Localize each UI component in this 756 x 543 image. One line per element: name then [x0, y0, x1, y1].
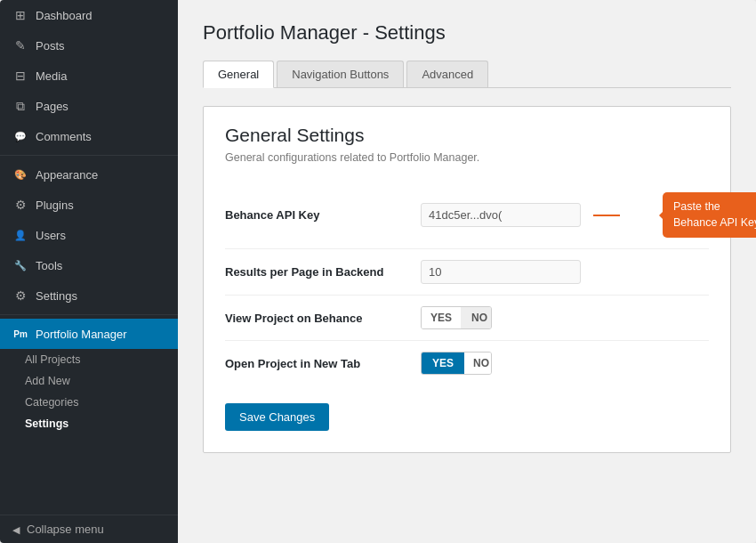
open-new-tab-toggle[interactable]: YES NO: [421, 352, 492, 375]
sidebar-item-dashboard[interactable]: Dashboard: [0, 0, 178, 30]
tab-navigation-buttons[interactable]: Navigation Buttons: [277, 61, 404, 87]
sidebar-sub-add-new[interactable]: Add New: [0, 370, 178, 392]
view-project-label: View Project on Behance: [225, 312, 421, 325]
media-icon: [12, 68, 28, 84]
sidebar: Dashboard Posts Media Pages Comments App…: [0, 0, 178, 543]
sidebar-label-posts: Posts: [36, 39, 65, 53]
sidebar-label-tools: Tools: [36, 259, 62, 272]
sidebar-sub-categories[interactable]: Categories: [0, 392, 178, 413]
save-changes-button[interactable]: Save Changes: [225, 403, 329, 431]
sidebar-label-appearance: Appearance: [36, 168, 98, 182]
plugins-icon: [12, 197, 28, 213]
settings-row-results-per-page: Results per Page in Backend: [225, 249, 709, 296]
sidebar-item-plugins[interactable]: Plugins: [0, 190, 178, 220]
sidebar-item-tools[interactable]: Tools: [0, 250, 178, 280]
pm-settings-label: Settings: [25, 417, 68, 430]
behance-api-input[interactable]: [421, 203, 581, 227]
page-title: Portfolio Manager - Settings: [203, 21, 731, 45]
tools-icon: [12, 257, 28, 273]
sidebar-item-posts[interactable]: Posts: [0, 30, 178, 61]
sidebar-label-dashboard: Dashboard: [36, 9, 92, 22]
open-new-tab-control: YES NO: [421, 352, 709, 375]
users-icon: [12, 227, 28, 243]
settings-description: General configurations related to Portfo…: [225, 151, 709, 164]
sidebar-label-comments: Comments: [36, 130, 92, 143]
behance-api-label: Behance API Key: [225, 208, 421, 222]
view-project-no[interactable]: NO: [461, 307, 492, 328]
open-new-tab-yes[interactable]: YES: [422, 353, 464, 374]
settings-icon: [12, 288, 28, 304]
sidebar-label-portfolio-manager: Portfolio Manager: [36, 328, 127, 341]
sidebar-label-pages: Pages: [36, 100, 68, 113]
sidebar-sub-settings[interactable]: Settings: [0, 413, 178, 434]
add-new-label: Add New: [25, 375, 70, 387]
sidebar-label-plugins: Plugins: [36, 199, 74, 212]
sidebar-divider: [0, 155, 178, 156]
results-per-page-control: [421, 260, 709, 284]
posts-icon: [12, 37, 28, 53]
sidebar-item-users[interactable]: Users: [0, 220, 178, 250]
settings-row-open-new-tab: Open Project in New Tab YES NO: [225, 341, 709, 385]
settings-title: General Settings: [225, 125, 709, 146]
sidebar-item-appearance[interactable]: Appearance: [0, 159, 178, 190]
sidebar-sub-all-projects[interactable]: All Projects: [0, 349, 178, 370]
sidebar-item-comments[interactable]: Comments: [0, 121, 178, 151]
categories-label: Categories: [25, 396, 78, 409]
sidebar-item-media[interactable]: Media: [0, 61, 178, 91]
pages-icon: [12, 98, 28, 114]
tooltip-bubble: Paste the Behance API Key here: [663, 192, 756, 238]
main-content: Portfolio Manager - Settings General Nav…: [178, 0, 756, 543]
sidebar-item-portfolio-manager[interactable]: Portfolio Manager: [0, 319, 178, 349]
comments-icon: [12, 128, 28, 144]
behance-api-control: Paste the Behance API Key here: [421, 192, 756, 238]
collapse-menu-label: Collapse menu: [27, 523, 104, 536]
settings-row-behance-api: Behance API Key Paste the Behance API Ke…: [225, 182, 709, 249]
results-per-page-input[interactable]: [421, 260, 581, 284]
wp-admin-wrapper: Dashboard Posts Media Pages Comments App…: [0, 0, 756, 543]
dashboard-icon: [12, 7, 28, 23]
pm-icon: [12, 326, 28, 342]
sidebar-label-users: Users: [36, 229, 66, 242]
view-project-yes[interactable]: YES: [422, 307, 461, 328]
sidebar-label-media: Media: [36, 69, 67, 83]
results-per-page-label: Results per Page in Backend: [225, 265, 421, 279]
settings-panel: General Settings General configurations …: [203, 106, 731, 453]
view-project-control: YES NO: [421, 306, 709, 329]
all-projects-label: All Projects: [25, 353, 81, 366]
sidebar-item-settings[interactable]: Settings: [0, 280, 178, 311]
open-new-tab-no[interactable]: NO: [464, 353, 492, 374]
settings-row-view-project: View Project on Behance YES NO: [225, 296, 709, 341]
sidebar-divider-2: [0, 314, 178, 315]
sidebar-label-settings: Settings: [36, 289, 77, 303]
sidebar-item-pages[interactable]: Pages: [0, 91, 178, 121]
view-project-toggle[interactable]: YES NO: [421, 306, 492, 329]
tab-advanced[interactable]: Advanced: [406, 61, 488, 87]
collapse-menu-button[interactable]: Collapse menu: [0, 515, 178, 543]
tab-bar: General Navigation Buttons Advanced: [203, 61, 731, 88]
tooltip-arrow-line: [593, 215, 620, 216]
tab-general[interactable]: General: [203, 61, 274, 88]
open-new-tab-label: Open Project in New Tab: [225, 357, 421, 370]
appearance-icon: [12, 166, 28, 182]
collapse-icon: [12, 523, 20, 536]
